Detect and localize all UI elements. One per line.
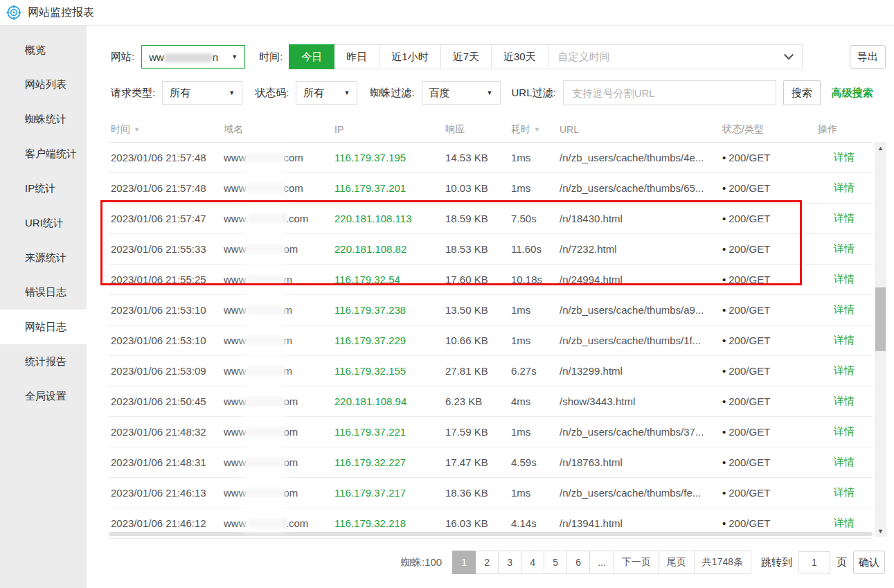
time-filter-yesterday[interactable]: 昨日 (334, 44, 379, 69)
censored-domain-blur (249, 213, 286, 224)
jump-page-input[interactable] (798, 551, 830, 573)
cell-domain: wwwm (222, 365, 332, 377)
sort-caret-icon[interactable]: ▼ (134, 126, 140, 133)
time-filter-last-1h[interactable]: 近1小时 (379, 44, 440, 69)
cell-time: 2023/01/06 21:53:09 (109, 365, 222, 377)
page-button-6[interactable]: 6 (566, 551, 590, 574)
detail-link[interactable]: 详情 (834, 456, 855, 467)
cell-domain: wwwom (222, 487, 332, 499)
url-filter-input[interactable] (563, 80, 776, 105)
page-button-1[interactable]: 1 (452, 551, 476, 574)
cell-status: •200/GET (720, 152, 816, 163)
pagination-bar: 蜘蛛:100 123456...下一页尾页共1748条 跳转到 页 确认 (401, 551, 885, 574)
detail-link[interactable]: 详情 (834, 181, 855, 193)
time-filter-last-30d[interactable]: 近30天 (491, 44, 548, 69)
detail-link[interactable]: 详情 (834, 212, 855, 224)
sidebar-item-site-log[interactable]: 网站日志 (0, 310, 87, 344)
status-dot-icon: • (722, 456, 726, 468)
detail-link[interactable]: 详情 (834, 303, 855, 315)
status-code-select[interactable]: 所有 ▼ (296, 81, 357, 105)
detail-link[interactable]: 详情 (834, 242, 855, 254)
page-button-3[interactable]: 3 (498, 551, 521, 574)
table-vertical-scrollbar[interactable]: ▲ ▼ (875, 142, 886, 537)
cell-status: •200/GET (720, 456, 816, 468)
table-row: 2023/01/06 21:57:48wwwcom116.179.37.2011… (109, 173, 873, 204)
detail-link[interactable]: 详情 (834, 425, 855, 437)
cell-time: 2023/01/06 21:53:10 (109, 335, 222, 346)
page-button-2[interactable]: 2 (475, 551, 499, 574)
cell-status: •200/GET (720, 487, 816, 499)
page-button-5[interactable]: 5 (544, 551, 567, 574)
detail-link[interactable]: 详情 (834, 364, 855, 376)
next-page-button[interactable]: 下一页 (614, 551, 659, 574)
cell-status: •200/GET (720, 182, 816, 194)
table-row: 2023/01/06 21:53:09wwwm116.179.32.15527.… (109, 356, 873, 386)
detail-link[interactable]: 详情 (834, 395, 855, 407)
sidebar-item-global-settings[interactable]: 全局设置 (0, 379, 87, 413)
sidebar-item-spider-stats[interactable]: 蜘蛛统计 (0, 102, 87, 136)
confirm-button[interactable]: 确认 (853, 551, 885, 574)
cell-domain: wwwom (222, 426, 332, 438)
sidebar: 概览网站列表蜘蛛统计客户端统计IP统计URI统计来源统计错误日志网站日志统计报告… (0, 26, 87, 588)
custom-time-select[interactable]: 自定义时间 (548, 44, 803, 69)
sidebar-item-stats-report[interactable]: 统计报告 (0, 344, 87, 379)
scrollbar-thumb[interactable] (875, 287, 886, 351)
table-horizontal-scrollbar[interactable] (109, 532, 873, 536)
pagination-pages: 123456...下一页尾页共1748条 (453, 551, 751, 574)
search-button[interactable]: 搜索 (783, 80, 821, 105)
status-dot-icon: • (722, 304, 726, 316)
cell-status: •200/GET (720, 213, 816, 224)
cell-duration: 11.60s (509, 243, 557, 255)
scroll-up-arrow-icon[interactable]: ▲ (875, 142, 886, 154)
cell-size: 10.66 KB (443, 335, 509, 346)
censored-domain-blur (247, 427, 284, 437)
status-dot-icon: • (722, 182, 726, 194)
status-dot-icon: • (722, 517, 726, 529)
spider-filter-select[interactable]: 百度 ▼ (422, 81, 501, 105)
column-header-duration[interactable]: 耗时▼ (509, 123, 557, 136)
cell-size: 27.81 KB (443, 365, 509, 377)
cell-size: 14.53 KB (443, 152, 509, 163)
cell-size: 16.03 KB (443, 517, 509, 529)
sidebar-item-site-list[interactable]: 网站列表 (0, 67, 87, 102)
status-dot-icon: • (722, 274, 726, 285)
sidebar-item-overview[interactable]: 概览 (0, 33, 87, 67)
cell-url: /n/zb_users/cache/thumbs/4e... (557, 152, 720, 163)
cell-duration: 1ms (509, 426, 557, 438)
cell-duration: 1ms (509, 487, 557, 499)
page-unit-label: 页 (837, 556, 847, 569)
cell-time: 2023/01/06 21:57:48 (109, 152, 222, 163)
page-button-4[interactable]: 4 (521, 551, 544, 574)
advanced-search-link[interactable]: 高级搜索 (832, 87, 873, 100)
detail-link[interactable]: 详情 (834, 334, 855, 346)
url-filter-label: URL过滤: (512, 87, 556, 100)
censored-domain-blur (247, 183, 284, 193)
time-filter-last-7d[interactable]: 近7天 (440, 44, 492, 69)
site-label: 网站: (111, 51, 134, 64)
export-button[interactable]: 导出 (850, 45, 886, 69)
top-bar: 网站监控报表 (0, 0, 894, 26)
censored-domain-blur (247, 457, 284, 467)
sidebar-item-ip-stats[interactable]: IP统计 (0, 171, 87, 206)
column-header-time[interactable]: 时间▼ (109, 123, 222, 136)
request-type-select[interactable]: 所有 ▼ (162, 81, 242, 105)
sort-caret-icon[interactable]: ▼ (534, 126, 540, 133)
last-page-button[interactable]: 尾页 (659, 551, 695, 574)
scroll-down-arrow-icon[interactable]: ▼ (875, 525, 886, 537)
sidebar-item-source-stats[interactable]: 来源统计 (0, 240, 87, 275)
site-select[interactable]: wwn ▼ (141, 45, 245, 69)
column-header-domain: 域名 (222, 123, 332, 136)
sidebar-item-uri-stats[interactable]: URI统计 (0, 206, 87, 240)
cell-ip: 116.179.37.221 (332, 426, 443, 438)
table-row: 2023/01/06 21:48:31wwwom116.179.32.22717… (109, 447, 873, 478)
detail-link[interactable]: 详情 (834, 517, 855, 528)
detail-link[interactable]: 详情 (834, 273, 855, 285)
detail-link[interactable]: 详情 (834, 151, 855, 163)
column-header-status: 状态/类型 (720, 123, 816, 136)
time-filter-today[interactable]: 今日 (289, 44, 334, 69)
sidebar-item-client-stats[interactable]: 客户端统计 (0, 136, 87, 171)
detail-link[interactable]: 详情 (834, 486, 855, 498)
table-body: 2023/01/06 21:57:48wwwcom116.179.37.1951… (109, 143, 873, 539)
censored-domain-blur (247, 335, 284, 346)
sidebar-item-error-log[interactable]: 错误日志 (0, 275, 87, 310)
